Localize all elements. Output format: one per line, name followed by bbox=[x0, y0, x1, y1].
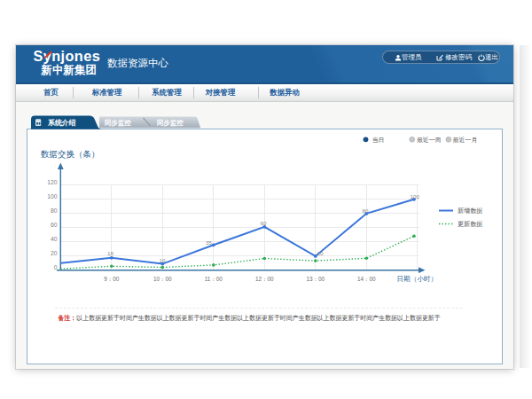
svg-text:35: 35 bbox=[206, 239, 212, 246]
svg-text:10: 10 bbox=[160, 257, 166, 263]
svg-text:10：00: 10：00 bbox=[153, 276, 172, 282]
svg-text:同步监控: 同步监控 bbox=[157, 119, 184, 127]
svg-text:9：00: 9：00 bbox=[104, 276, 119, 282]
svg-text:60: 60 bbox=[261, 220, 267, 226]
svg-text:60: 60 bbox=[51, 222, 58, 228]
svg-text:100: 100 bbox=[47, 193, 58, 200]
svg-text:新增数据: 新增数据 bbox=[458, 207, 482, 215]
svg-text:18: 18 bbox=[107, 250, 113, 256]
svg-text:14：00: 14：00 bbox=[357, 276, 376, 282]
svg-text:13：00: 13：00 bbox=[306, 276, 325, 282]
svg-text:最近一月: 最近一月 bbox=[453, 137, 478, 144]
svg-text:10: 10 bbox=[317, 250, 324, 256]
svg-text:数据交换（条）: 数据交换（条） bbox=[41, 149, 100, 159]
svg-text:20: 20 bbox=[51, 250, 58, 256]
svg-text:日期（小时）: 日期（小时） bbox=[397, 275, 438, 283]
svg-text:当日: 当日 bbox=[372, 137, 385, 143]
svg-text:12：00: 12：00 bbox=[255, 276, 274, 282]
svg-text:100: 100 bbox=[411, 193, 420, 200]
svg-text:同步监控: 同步监控 bbox=[105, 119, 131, 127]
svg-text:11：00: 11：00 bbox=[205, 276, 223, 282]
svg-text:80: 80 bbox=[363, 207, 369, 214]
svg-text:0: 0 bbox=[54, 264, 58, 270]
svg-text:120: 120 bbox=[47, 179, 58, 185]
svg-text:系统介绍: 系统介绍 bbox=[47, 119, 76, 127]
svg-text:80: 80 bbox=[51, 207, 58, 214]
svg-text:40: 40 bbox=[51, 236, 58, 242]
svg-text:更新数据: 更新数据 bbox=[458, 220, 482, 228]
svg-text:最近一周: 最近一周 bbox=[417, 137, 442, 143]
